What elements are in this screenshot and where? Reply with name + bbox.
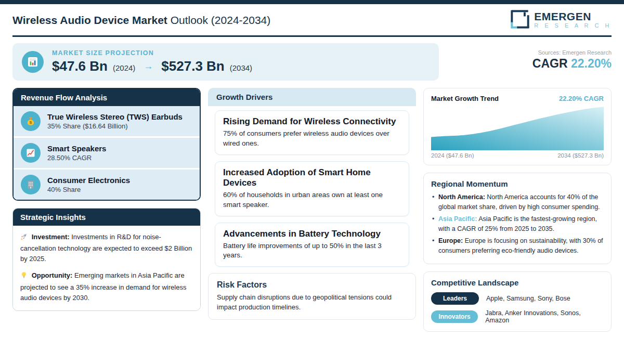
risk-factors-text: Supply chain disruptions due to geopolit… [217, 293, 407, 313]
insight-label: Opportunity: [32, 271, 73, 279]
header-divider [12, 35, 612, 37]
trend-end-label: 2034 ($527.3 Bn) [557, 152, 604, 159]
list-item-text: Smart Speakers 28.50% CAGR [47, 144, 106, 162]
region-label: Europe: [438, 237, 463, 244]
strategic-insights-card: Strategic Insights Investment: Investmen… [12, 208, 201, 311]
trend-title: Market Growth Trend [431, 95, 499, 102]
region-label: North America: [438, 193, 485, 201]
list-item: Smart Speakers 28.50% CAGR [14, 138, 200, 168]
regional-momentum-title: Regional Momentum [431, 179, 604, 188]
insight-item: Investment: Investments in R&D for noise… [20, 232, 193, 264]
innovators-companies: Jabra, Anker Innovations, Sonos, Amazon [485, 309, 604, 324]
start-value: $47.6 Bn [52, 58, 108, 74]
competitive-landscape-title: Competitive Landscape [431, 278, 604, 287]
banner-meta: Sources: Emergen Research CAGR 22.20% [449, 43, 612, 81]
regional-momentum-list: North America: North America accounts fo… [431, 192, 604, 256]
sources-text: Sources: Emergen Research [449, 49, 612, 56]
arrow-right-icon: → [140, 61, 156, 72]
bar-chart-icon [22, 51, 44, 73]
page-header: Wireless Audio Device Market Outlook (20… [0, 4, 624, 35]
money-bag-icon: $ [21, 111, 41, 131]
banner-values-block: MARKET SIZE PROJECTION $47.6 Bn (2024) →… [52, 49, 252, 74]
regional-momentum-card: Regional Momentum North America: North A… [423, 173, 612, 264]
item-subtitle: 35% Share ($16.64 Billion) [47, 122, 183, 130]
cagr-line: CAGR 22.20% [449, 57, 612, 71]
region-text: Europe is focusing on sustainability, wi… [438, 237, 603, 254]
end-year: (2034) [230, 63, 252, 72]
landscape-row: Innovators Jabra, Anker Innovations, Son… [431, 309, 604, 324]
driver-title: Increased Adoption of Smart Home Devices [223, 167, 401, 188]
list-item: $ True Wireless Stereo (TWS) Earbuds 35%… [14, 106, 200, 136]
left-column: Revenue Flow Analysis $ True W [12, 88, 201, 311]
list-item: Asia Pacific: Asia Pacific is the fastes… [431, 214, 604, 235]
trend-axis-labels: 2024 ($47.6 Bn) 2034 ($527.3 Bn) [431, 152, 604, 159]
banner-values: $47.6 Bn (2024) → $527.3 Bn (2034) [52, 58, 252, 74]
list-item-text: True Wireless Stereo (TWS) Earbuds 35% S… [47, 112, 183, 130]
risk-factors-card: Risk Factors Supply chain disruptions du… [208, 273, 416, 320]
item-subtitle: 40% Share [47, 186, 130, 193]
innovators-badge: Innovators [431, 310, 478, 323]
list-item-text: Consumer Electronics 40% Share [47, 176, 130, 193]
banner-row: MARKET SIZE PROJECTION $47.6 Bn (2024) →… [12, 43, 612, 81]
start-year: (2024) [113, 63, 135, 72]
driver-text: 75% of consumers prefer wireless audio d… [223, 129, 401, 149]
driver-text: Battery life improvements of up to 50% i… [223, 241, 401, 261]
insight-item: Opportunity: Emerging markets in Asia Pa… [20, 270, 193, 303]
driver-text: 60% of households in urban areas own at … [223, 190, 401, 210]
strategic-insights-body: Investment: Investments in R&D for noise… [13, 226, 200, 310]
item-subtitle: 28.50% CAGR [47, 154, 106, 162]
main-grid: Revenue Flow Analysis $ True W [0, 88, 624, 332]
building-icon [21, 175, 41, 194]
trend-header: Market Growth Trend 22.20% CAGR [431, 95, 604, 102]
emergen-logo-icon [510, 9, 530, 31]
growth-drivers-title: Growth Drivers [208, 88, 416, 106]
item-title: Smart Speakers [47, 144, 106, 153]
list-item: Europe: Europe is focusing on sustainabi… [431, 236, 604, 256]
list-item: Consumer Electronics 40% Share [14, 170, 200, 200]
rocket-icon [20, 233, 28, 243]
item-title: True Wireless Stereo (TWS) Earbuds [47, 112, 183, 121]
risk-factors-title: Risk Factors [217, 280, 407, 290]
leaders-companies: Apple, Samsung, Sony, Bose [486, 295, 570, 302]
insight-label: Investment: [32, 233, 70, 241]
infographic-page: Wireless Audio Device Market Outlook (20… [0, 0, 624, 364]
driver-title: Rising Demand for Wireless Connectivity [223, 116, 401, 127]
trend-chart-icon [21, 143, 41, 163]
driver-title: Advancements in Battery Technology [223, 229, 401, 239]
growth-drivers-cards: Rising Demand for Wireless Connectivity … [208, 106, 416, 267]
middle-column: Growth Drivers Rising Demand for Wireles… [208, 88, 416, 320]
market-size-banner: MARKET SIZE PROJECTION $47.6 Bn (2024) →… [12, 43, 439, 81]
revenue-flow-card: Revenue Flow Analysis $ True W [12, 88, 201, 201]
growth-driver-card: Increased Adoption of Smart Home Devices… [215, 161, 409, 216]
right-column: Market Growth Trend 22.20% CAGR 2024 ($4… [423, 88, 612, 332]
growth-area-chart [431, 106, 604, 150]
page-title-bold: Wireless Audio Device Market [12, 14, 167, 26]
logo-line2: R E S E A R C H [534, 22, 612, 29]
revenue-flow-title: Revenue Flow Analysis [14, 89, 200, 106]
landscape-row: Leaders Apple, Samsung, Sony, Bose [431, 292, 604, 305]
page-title-rest: Outlook (2024-2034) [167, 14, 270, 26]
strategic-insights-title: Strategic Insights [13, 209, 200, 226]
growth-driver-card: Advancements in Battery Technology Batte… [215, 223, 409, 267]
market-growth-trend-card: Market Growth Trend 22.20% CAGR 2024 ($4… [423, 88, 612, 165]
cagr-label: CAGR [532, 57, 568, 70]
item-title: Consumer Electronics [47, 176, 130, 185]
end-value: $527.3 Bn [161, 58, 224, 74]
trend-start-label: 2024 ($47.6 Bn) [431, 152, 474, 159]
trend-cagr: 22.20% CAGR [559, 95, 604, 102]
emergen-logo-text: EMERGEN R E S E A R C H [534, 11, 612, 29]
emergen-logo: EMERGEN R E S E A R C H [510, 9, 612, 31]
banner-label: MARKET SIZE PROJECTION [52, 49, 252, 57]
light-bulb-icon [20, 271, 28, 282]
page-title: Wireless Audio Device Market Outlook (20… [12, 14, 270, 27]
top-accent-bar [0, 0, 624, 4]
growth-driver-card: Rising Demand for Wireless Connectivity … [215, 110, 409, 155]
cagr-value: 22.20% [571, 57, 612, 70]
list-item: North America: North America accounts fo… [431, 192, 604, 213]
region-label: Asia Pacific: [438, 215, 477, 223]
competitive-landscape-card: Competitive Landscape Leaders Apple, Sam… [423, 271, 612, 332]
leaders-badge: Leaders [431, 292, 479, 305]
logo-line1: EMERGEN [534, 11, 612, 22]
svg-text:$: $ [30, 120, 32, 125]
growth-drivers-section: Growth Drivers Rising Demand for Wireles… [208, 88, 416, 267]
